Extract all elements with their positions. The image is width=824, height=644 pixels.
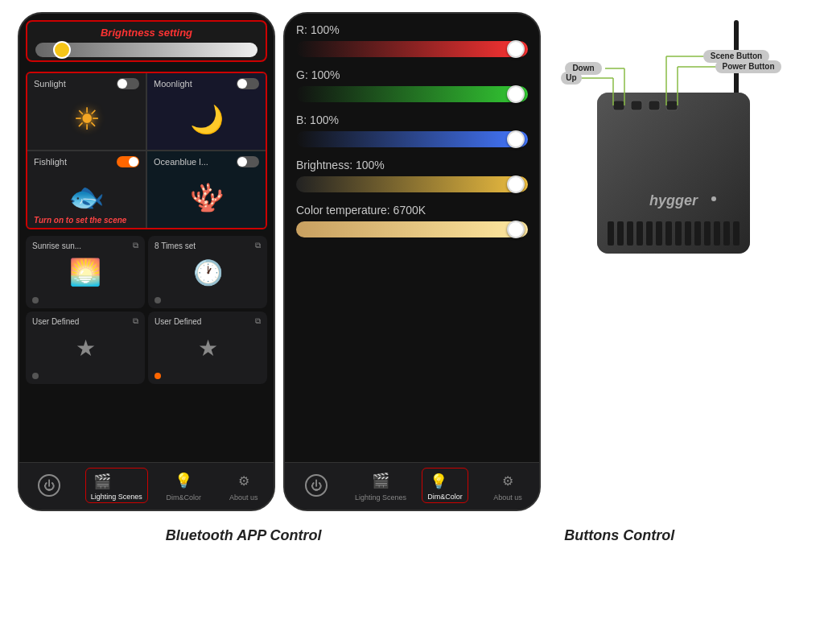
- auto-scene-sunrise[interactable]: Sunrise sun... ⧉ 🌅: [26, 236, 145, 308]
- svg-text:Up: Up: [566, 73, 576, 82]
- brightness-color-row: Brightness: 100%: [296, 159, 528, 192]
- device-image-container: hygger Down Scene Button Up: [557, 20, 798, 278]
- auto-scene-user1-label: User Defined: [32, 317, 79, 326]
- svg-text:Power Button: Power Button: [723, 62, 775, 71]
- nav-dim-label-scenes: Dim&Color: [166, 493, 201, 502]
- svg-rect-19: [723, 221, 730, 246]
- auto-scene-user1-icon: ★: [32, 326, 138, 369]
- star-icon-2: ★: [198, 335, 218, 361]
- red-slider-container[interactable]: [296, 41, 528, 57]
- svg-rect-10: [637, 221, 643, 246]
- svg-rect-6: [666, 101, 678, 110]
- nav-lighting-dim[interactable]: 🎬 Lighting Scenes: [355, 469, 406, 502]
- turn-on-label: Turn on to set the scene: [34, 216, 126, 225]
- scene-moonlight[interactable]: Moonlight 🌙: [147, 73, 266, 150]
- auto-scene-timer-label: 8 Times set: [154, 242, 196, 250]
- nav-power-dim[interactable]: ⏻: [292, 474, 340, 497]
- brightness-label: Brightness setting: [35, 27, 258, 39]
- svg-rect-15: [685, 221, 691, 246]
- auto-scenes-grid: Sunrise sun... ⧉ 🌅 8 Times set ⧉ 🕐: [26, 236, 267, 384]
- auto-scene-timer-dot: [154, 297, 161, 303]
- scene-oceanblue-toggle[interactable]: [237, 156, 259, 167]
- svg-rect-7: [608, 221, 614, 246]
- color-temp-slider-track: [296, 221, 528, 237]
- nav-lighting-scenes[interactable]: 🎬 Lighting Scenes: [85, 468, 148, 503]
- bottom-nav-dim: ⏻ 🎬 Lighting Scenes 💡 Dim&Color ⚙ About …: [285, 462, 539, 510]
- sun-icon: ☀: [73, 101, 101, 137]
- svg-rect-3: [613, 101, 624, 110]
- green-label: G: 100%: [296, 68, 528, 81]
- svg-rect-16: [694, 221, 701, 246]
- svg-rect-9: [627, 221, 633, 246]
- sunrise-icon: 🌅: [69, 257, 101, 287]
- bottom-nav-scenes: ⏻ 🎬 Lighting Scenes 💡 Dim&Color ⚙ About …: [19, 462, 274, 510]
- auto-scene-user2-icon: ★: [154, 326, 261, 369]
- auto-scene-sunrise-icon: 🌅: [32, 250, 138, 294]
- scene-fishlight-toggle[interactable]: [117, 156, 139, 167]
- power-icon-dim: ⏻: [305, 474, 328, 497]
- svg-rect-18: [714, 221, 720, 246]
- nav-power-scenes[interactable]: ⏻: [25, 474, 73, 497]
- svg-point-22: [711, 196, 716, 201]
- auto-scene-sunrise-dot: [32, 297, 39, 303]
- fish-icon: 🐟: [68, 180, 105, 214]
- color-temp-label: Color temperature: 6700K: [296, 204, 528, 217]
- copy-icon-timer: ⧉: [255, 241, 261, 250]
- brightness-slider-thumb: [53, 41, 71, 59]
- brightness-bar-area: Brightness setting: [26, 20, 267, 62]
- auto-scene-user1-dot: [32, 373, 39, 379]
- bluetooth-label: Bluetooth APP Control: [166, 527, 322, 544]
- blue-slider-track: [296, 131, 528, 147]
- green-slider-thumb: [507, 85, 525, 103]
- auto-scene-user1[interactable]: User Defined ⧉ ★: [26, 312, 145, 384]
- nav-about-scenes[interactable]: ⚙ About us: [220, 469, 268, 502]
- green-slider-container[interactable]: [296, 86, 528, 102]
- lighting-scenes-screen: Brightness setting Sunlight ☀: [18, 12, 275, 511]
- nav-lighting-active-box: 🎬 Lighting Scenes: [85, 468, 148, 503]
- svg-text:Down: Down: [572, 64, 594, 72]
- brightness-color-label: Brightness: 100%: [296, 159, 528, 171]
- scene-moonlight-toggle[interactable]: [237, 78, 259, 89]
- scene-sunlight-icon-area: ☀: [34, 93, 139, 145]
- auto-scene-user2-dot: [154, 373, 161, 379]
- blue-color-row: B: 100%: [296, 114, 528, 147]
- auto-scene-user2-label: User Defined: [154, 317, 201, 326]
- scenes-grid: Sunlight ☀ Moonlight 🌙: [26, 72, 267, 229]
- svg-text:Scene Button: Scene Button: [711, 52, 762, 60]
- lighting-icon-dim: 🎬: [369, 469, 392, 492]
- nav-dim-active[interactable]: 💡 Dim&Color: [421, 468, 469, 503]
- nav-dim-scenes[interactable]: 💡 Dim&Color: [159, 469, 208, 502]
- dim-color-screen: R: 100% G: 100% B: 100%: [283, 12, 541, 511]
- auto-scene-sunrise-label: Sunrise sun...: [32, 242, 81, 250]
- scene-oceanblue[interactable]: Oceanblue l... 🪸: [147, 151, 266, 228]
- brightness-slider-track[interactable]: [35, 43, 258, 57]
- color-temp-slider-thumb: [507, 221, 525, 238]
- blue-slider-container[interactable]: [296, 131, 528, 147]
- svg-rect-8: [617, 221, 624, 246]
- lighting-icon-scenes: 🎬: [91, 470, 113, 493]
- copy-icon-sunrise: ⧉: [133, 241, 138, 250]
- svg-text:hygger: hygger: [649, 192, 698, 208]
- svg-rect-11: [646, 221, 653, 246]
- red-slider-thumb: [507, 40, 525, 58]
- red-label: R: 100%: [296, 23, 528, 36]
- brightness-color-slider-container[interactable]: [296, 176, 528, 192]
- dim-icon-scenes: 💡: [172, 469, 195, 492]
- scene-sunlight-toggle[interactable]: [117, 78, 139, 89]
- color-temp-slider-container[interactable]: [296, 221, 528, 237]
- scene-sunlight[interactable]: Sunlight ☀: [27, 73, 146, 150]
- svg-rect-12: [656, 221, 662, 246]
- nav-dim-active-box: 💡 Dim&Color: [422, 468, 468, 503]
- power-icon-scenes: ⏻: [38, 474, 60, 497]
- svg-rect-13: [665, 221, 672, 246]
- auto-scene-user2[interactable]: User Defined ⧉ ★: [148, 312, 267, 384]
- scene-oceanblue-label: Oceanblue l...: [154, 157, 208, 167]
- nav-about-label-scenes: About us: [229, 493, 258, 502]
- scene-fishlight[interactable]: Fishlight 🐟 Turn on to set the scene: [27, 151, 146, 228]
- brightness-color-slider-track: [296, 176, 528, 192]
- nav-dim-label-active: Dim&Color: [427, 493, 463, 501]
- auto-scene-timer[interactable]: 8 Times set ⧉ 🕐: [148, 236, 267, 308]
- about-icon-dim: ⚙: [496, 469, 519, 492]
- dim-color-content: R: 100% G: 100% B: 100%: [285, 14, 539, 462]
- nav-about-dim[interactable]: ⚙ About us: [484, 469, 532, 502]
